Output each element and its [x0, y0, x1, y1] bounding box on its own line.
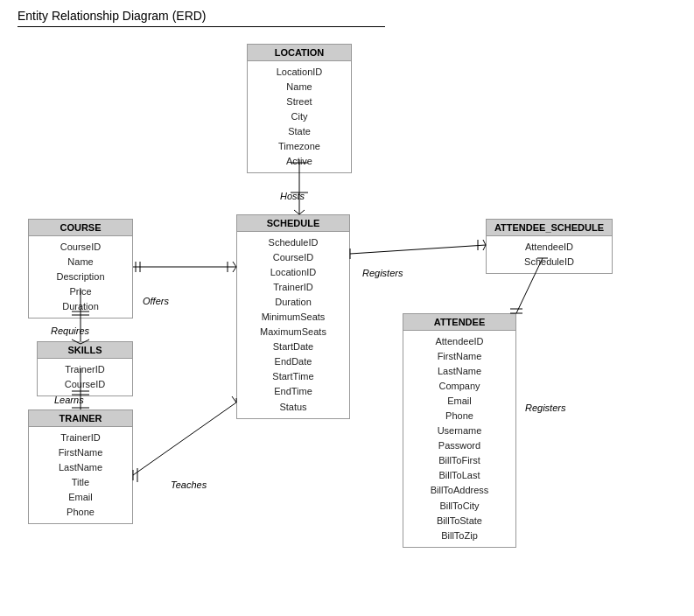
field: StartDate [244, 340, 342, 354]
entity-attendee: ATTENDEE AttendeeID FirstName LastName C… [403, 313, 516, 548]
field: AttendeeID [494, 240, 605, 255]
svg-line-25 [350, 245, 486, 254]
field: BillToAddress [410, 483, 508, 498]
field: Email [410, 394, 508, 409]
field: City [255, 109, 344, 124]
field: CourseID [36, 240, 125, 255]
entity-skills-body: TrainerID CourseID [38, 359, 132, 396]
field: Street [255, 94, 344, 109]
field: LastName [36, 460, 125, 475]
field: Company [410, 379, 508, 394]
label-hosts: Hosts [280, 191, 305, 201]
label-learns: Learns [54, 395, 84, 405]
field: LocationID [244, 265, 342, 280]
entity-attendee-schedule-body: AttendeeID ScheduleID [487, 236, 612, 273]
field: BillToZip [410, 528, 508, 543]
title-underline [18, 26, 385, 27]
field: BillToFirst [410, 453, 508, 468]
entity-course: COURSE CourseID Name Description Price D… [28, 219, 133, 318]
entity-attendee-body: AttendeeID FirstName LastName Company Em… [403, 331, 515, 547]
field: Password [410, 438, 508, 453]
field: Title [36, 475, 125, 490]
field: Duration [244, 295, 342, 310]
label-registers2: Registers [525, 402, 565, 413]
entity-trainer-header: TRAINER [29, 410, 132, 427]
field: TrainerID [45, 362, 125, 377]
entity-skills: SKILLS TrainerID CourseID [37, 341, 133, 396]
field: LocationID [255, 65, 344, 80]
entity-course-body: CourseID Name Description Price Duration [29, 236, 132, 318]
field: EndDate [244, 354, 342, 369]
field: Name [255, 80, 344, 94]
field: Phone [410, 409, 508, 424]
field: LastName [410, 364, 508, 379]
page-title: Entity Relationship Diagram (ERD) [18, 9, 207, 23]
field: BillToLast [410, 468, 508, 483]
field: BillToCity [410, 499, 508, 514]
entity-attendee-header: ATTENDEE [403, 314, 515, 331]
entity-location-header: LOCATION [248, 45, 351, 61]
field: TrainerID [36, 430, 125, 445]
field: Name [36, 255, 125, 270]
field: FirstName [36, 445, 125, 460]
field: Timezone [255, 139, 344, 154]
field: Status [244, 400, 342, 415]
field: TrainerID [244, 280, 342, 295]
field: FirstName [410, 349, 508, 364]
entity-location: LOCATION LocationID Name Street City Sta… [247, 44, 352, 173]
entity-schedule: SCHEDULE ScheduleID CourseID LocationID … [236, 214, 350, 419]
label-requires: Requires [51, 326, 89, 336]
field: EndTime [244, 384, 342, 399]
entity-location-body: LocationID Name Street City State Timezo… [248, 61, 351, 172]
field: CourseID [45, 377, 125, 392]
field: MinimumSeats [244, 310, 342, 325]
field: Price [36, 284, 125, 299]
entity-attendee-schedule-header: ATTENDEE_SCHEDULE [487, 220, 612, 236]
entity-trainer: TRAINER TrainerID FirstName LastName Tit… [28, 410, 133, 524]
field: State [255, 124, 344, 139]
entity-course-header: COURSE [29, 220, 132, 236]
entity-trainer-body: TrainerID FirstName LastName Title Email… [29, 427, 132, 523]
field: StartTime [244, 369, 342, 384]
entity-attendee-schedule: ATTENDEE_SCHEDULE AttendeeID ScheduleID [486, 219, 613, 274]
field: Duration [36, 299, 125, 314]
entity-skills-header: SKILLS [38, 342, 132, 359]
field: CourseID [244, 250, 342, 265]
entity-schedule-header: SCHEDULE [237, 215, 349, 232]
field: ScheduleID [244, 235, 342, 250]
svg-line-20 [133, 402, 236, 475]
field: Description [36, 270, 125, 284]
field: BillToState [410, 514, 508, 528]
field: AttendeeID [410, 334, 508, 349]
field: Active [255, 154, 344, 169]
label-teaches: Teaches [171, 480, 207, 490]
entity-schedule-body: ScheduleID CourseID LocationID TrainerID… [237, 232, 349, 418]
label-registers1: Registers [362, 268, 403, 278]
field: ScheduleID [494, 255, 605, 270]
field: Email [36, 490, 125, 505]
field: MaximumSeats [244, 325, 342, 340]
field: Phone [36, 505, 125, 520]
label-offers: Offers [143, 296, 169, 306]
field: Username [410, 424, 508, 438]
